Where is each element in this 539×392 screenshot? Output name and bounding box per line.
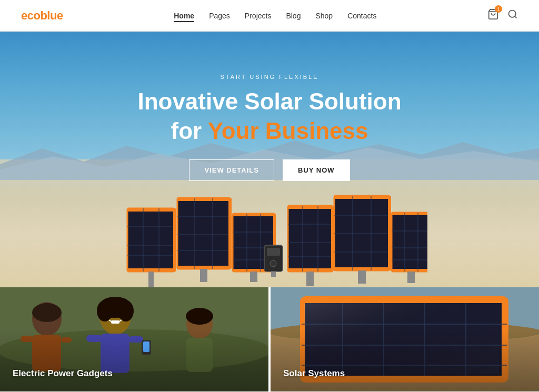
view-details-button[interactable]: VIEW DETAILS [189,159,274,181]
nav-projects[interactable]: Projects [245,12,272,20]
svg-point-37 [270,260,276,267]
hero-subtitle: START USING FLEXIBLE [0,74,539,80]
svg-rect-26 [233,214,275,216]
svg-rect-61 [392,269,427,272]
svg-point-1 [508,11,515,17]
svg-rect-68 [407,272,415,283]
svg-rect-15 [177,198,230,269]
svg-rect-16 [177,198,230,201]
cart-icon[interactable]: 1 [487,8,499,23]
svg-rect-58 [358,270,366,284]
svg-rect-48 [306,272,314,286]
nav-shop[interactable]: Shop [315,12,333,20]
svg-rect-57 [388,196,391,270]
main-nav: Home Pages Projects Blog Shop Contacts [174,12,376,20]
svg-rect-34 [250,272,257,282]
hero-content: START USING FLEXIBLE Inovative Solar Sol… [0,32,539,181]
cart-badge: 1 [495,5,502,13]
svg-rect-51 [334,267,390,270]
svg-rect-7 [127,268,175,272]
logo-part2: blue [40,9,63,22]
hero-section: START USING FLEXIBLE Inovative Solar Sol… [0,32,539,287]
bottom-cards: Electric Power Gadgets [0,287,539,391]
svg-rect-38 [271,272,276,277]
svg-rect-5 [127,208,175,272]
svg-rect-36 [267,248,280,256]
svg-rect-39 [288,206,333,272]
hero-title-your-business: Your Business [208,118,368,144]
svg-rect-41 [288,268,333,272]
hero-title-for: for [171,118,202,144]
logo[interactable]: ecoblue [21,9,63,23]
nav-home[interactable]: Home [174,12,194,20]
search-icon[interactable] [507,9,518,22]
nav-contacts[interactable]: Contacts [347,12,376,20]
buy-now-button[interactable]: BUY NOW [283,159,350,181]
svg-rect-17 [177,266,230,269]
hero-buttons: VIEW DETAILS BUY NOW [0,159,539,181]
svg-rect-60 [392,213,427,215]
card-solar-label: Solar Systems [283,368,345,379]
card-solar-systems[interactable]: Solar Systems [271,287,539,391]
svg-rect-50 [334,196,390,199]
svg-rect-59 [392,213,427,272]
svg-rect-47 [331,206,334,272]
header: ecoblue Home Pages Projects Blog Shop Co… [0,0,539,32]
svg-rect-24 [200,269,207,282]
svg-line-2 [515,16,517,18]
svg-rect-6 [127,208,175,212]
svg-rect-13 [173,208,176,272]
svg-rect-23 [228,198,232,269]
nav-pages[interactable]: Pages [209,12,230,20]
svg-rect-14 [148,272,154,287]
svg-rect-40 [288,206,333,209]
svg-rect-49 [334,196,390,270]
solar-panels-illustration [112,182,427,287]
hero-title-line1: Inovative Solar Solution [0,88,539,115]
nav-icons: 1 [487,8,518,23]
nav-blog[interactable]: Blog [286,12,301,20]
logo-part1: eco [21,9,40,22]
hero-title-line2: for Your Business [0,117,539,145]
card-electric-label: Electric Power Gadgets [13,368,113,379]
card-electric-gadgets[interactable]: Electric Power Gadgets [0,287,268,391]
